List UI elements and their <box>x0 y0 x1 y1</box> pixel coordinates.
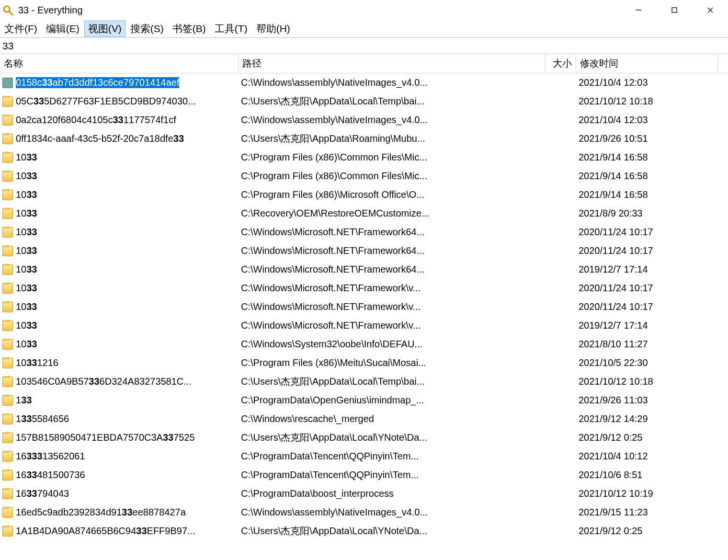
cell-date: 2021/10/5 22:30 <box>576 357 718 368</box>
file-name: 0ff1834c-aaaf-43c5-b52f-20c7a18dfe33 <box>16 133 184 144</box>
result-row[interactable]: 1A1B4DA90A874665B6C9433EFF9B97...C:\User… <box>0 522 728 540</box>
file-name: 1033 <box>16 339 37 350</box>
cell-path: C:\ProgramData\boost_interprocess <box>239 488 545 499</box>
cell-name: 1033 <box>0 283 239 294</box>
file-path: C:\Windows\Microsoft.NET\Framework64... <box>241 245 424 256</box>
result-row[interactable]: 16ed5c9adb2392834d9133ee8878427aC:\Windo… <box>0 503 728 522</box>
result-row[interactable]: 1335584656C:\Windows\rescache\_merged202… <box>0 410 728 428</box>
file-path: C:\Program Files (x86)\Common Files\Mic.… <box>241 171 427 182</box>
minimize-button[interactable] <box>620 0 656 20</box>
file-path: C:\Users\杰克阳\AppData\Roaming\Mubu... <box>241 132 425 145</box>
cell-path: C:\Windows\Microsoft.NET\Framework\v... <box>239 301 545 312</box>
result-row[interactable]: 0ff1834c-aaaf-43c5-b52f-20c7a18dfe33C:\U… <box>0 129 728 148</box>
header-size[interactable]: 大小 <box>545 54 576 73</box>
result-row[interactable]: 103546C0A9B57336D324A83273581C...C:\User… <box>0 372 728 391</box>
results-list: 0158c33ab7d3ddf13c6ce79701414aefC:\Windo… <box>0 73 728 540</box>
result-row[interactable]: 10331216C:\Program Files (x86)\Meitu\Suc… <box>0 354 728 372</box>
file-path: C:\Windows\Microsoft.NET\Framework\v... <box>241 301 421 312</box>
result-row[interactable]: 157B81589050471EBDA7570C3A337525C:\Users… <box>0 428 728 447</box>
svg-line-1 <box>9 11 12 15</box>
result-row[interactable]: 1033C:\Recovery\OEM\RestoreOEMCustomize.… <box>0 204 728 223</box>
search-input[interactable] <box>0 38 728 54</box>
cell-path: C:\Users\杰克阳\AppData\Local\YNote\Da... <box>239 431 545 444</box>
cell-date: 2020/11/24 10:17 <box>576 227 718 238</box>
file-name: 1633313562061 <box>16 451 85 462</box>
file-path: C:\Program Files (x86)\Microsoft Office\… <box>241 189 424 200</box>
result-row[interactable]: 1033C:\Program Files (x86)\Common Files\… <box>0 148 728 167</box>
cell-path: C:\Windows\assembly\NativeImages_v4.0... <box>239 77 545 88</box>
cell-date: 2021/9/14 16:58 <box>576 171 718 182</box>
cell-path: C:\Program Files (x86)\Microsoft Office\… <box>239 189 545 200</box>
cell-name: 1033 <box>0 208 239 219</box>
menu-help[interactable]: 帮助(H) <box>252 21 294 37</box>
cell-path: C:\Windows\System32\oobe\Info\DEFAU... <box>239 339 545 350</box>
result-row[interactable]: 1633313562061C:\ProgramData\Tencent\QQPi… <box>0 447 728 466</box>
file-name: 1335584656 <box>16 413 69 424</box>
file-path: C:\Users\杰克阳\AppData\Local\Temp\bai... <box>241 95 424 108</box>
file-name: 1633794043 <box>16 488 69 499</box>
cell-name: 103546C0A9B57336D324A83273581C... <box>0 376 239 387</box>
cell-path: C:\ProgramData\Tencent\QQPinyin\Tem... <box>239 451 545 462</box>
result-row[interactable]: 0158c33ab7d3ddf13c6ce79701414aefC:\Windo… <box>0 73 728 92</box>
result-row[interactable]: 1633481500736C:\ProgramData\Tencent\QQPi… <box>0 466 728 484</box>
file-path: C:\ProgramData\Tencent\QQPinyin\Tem... <box>241 451 419 462</box>
maximize-button[interactable] <box>656 0 692 20</box>
header-path[interactable]: 路径 <box>239 54 545 73</box>
result-row[interactable]: 0a2ca120f6804c4105c331177574f1cfC:\Windo… <box>0 111 728 129</box>
cell-date: 2020/11/24 10:17 <box>576 245 718 256</box>
app-icon <box>2 4 13 16</box>
result-row[interactable]: 1033C:\Windows\Microsoft.NET\Framework\v… <box>0 279 728 297</box>
menu-bookmarks[interactable]: 书签(B) <box>169 21 210 37</box>
result-row[interactable]: 1033C:\Windows\Microsoft.NET\Framework64… <box>0 223 728 241</box>
file-name: 1033 <box>16 152 37 163</box>
cell-date: 2021/9/12 14:29 <box>576 413 718 424</box>
folder-icon <box>2 134 13 144</box>
cell-path: C:\Windows\rescache\_merged <box>239 413 545 424</box>
file-path: C:\Windows\Microsoft.NET\Framework64... <box>241 264 424 275</box>
cell-date: 2021/9/15 11:23 <box>576 507 718 518</box>
cell-date: 2021/10/4 10:12 <box>576 451 718 462</box>
result-row[interactable]: 1033C:\Windows\System32\oobe\Info\DEFAU.… <box>0 335 728 354</box>
cell-name: 1033 <box>0 264 239 275</box>
file-name: 103546C0A9B57336D324A83273581C... <box>16 376 192 387</box>
header-name[interactable]: 名称 <box>0 54 239 73</box>
menu-view[interactable]: 视图(V) <box>84 21 125 37</box>
file-path: C:\Users\杰克阳\AppData\Local\Temp\bai... <box>241 375 424 388</box>
cell-date: 2021/9/14 16:58 <box>576 152 718 163</box>
folder-icon <box>2 171 13 182</box>
cell-path: C:\Windows\Microsoft.NET\Framework\v... <box>239 320 545 331</box>
menu-tools[interactable]: 工具(T) <box>211 21 251 37</box>
header-date[interactable]: 修改时间 <box>576 54 718 73</box>
menu-search[interactable]: 搜索(S) <box>126 21 168 37</box>
file-name: 1033 <box>16 264 37 275</box>
cell-date: 2021/10/4 12:03 <box>576 114 718 126</box>
cell-name: 05C335D6277F63F1EB5CD9BD974030... <box>0 96 239 107</box>
file-name: 1033 <box>16 171 37 182</box>
menu-file[interactable]: 文件(F) <box>0 21 41 37</box>
file-path: C:\ProgramData\OpenGenius\imindmap_... <box>241 395 424 406</box>
result-row[interactable]: 1633794043C:\ProgramData\boost_interproc… <box>0 484 728 503</box>
result-row[interactable]: 133C:\ProgramData\OpenGenius\imindmap_..… <box>0 391 728 410</box>
folder-icon <box>2 395 13 406</box>
result-row[interactable]: 1033C:\Program Files (x86)\Common Files\… <box>0 167 728 185</box>
folder-icon <box>2 152 13 163</box>
folder-icon <box>2 190 13 200</box>
result-row[interactable]: 1033C:\Windows\Microsoft.NET\Framework\v… <box>0 297 728 316</box>
close-button[interactable] <box>692 0 728 20</box>
cell-path: C:\ProgramData\Tencent\QQPinyin\Tem... <box>239 469 545 480</box>
result-row[interactable]: 1033C:\Windows\Microsoft.NET\Framework64… <box>0 260 728 279</box>
cell-name: 1033 <box>0 320 239 331</box>
result-row[interactable]: 1033C:\Program Files (x86)\Microsoft Off… <box>0 185 728 204</box>
window-title: 33 - Everything <box>18 5 83 16</box>
result-row[interactable]: 1033C:\Windows\Microsoft.NET\Framework64… <box>0 241 728 260</box>
cell-name: 16ed5c9adb2392834d9133ee8878427a <box>0 507 239 518</box>
result-row[interactable]: 05C335D6277F63F1EB5CD9BD974030...C:\User… <box>0 92 728 111</box>
cell-name: 1633313562061 <box>0 451 239 462</box>
cell-path: C:\Program Files (x86)\Common Files\Mic.… <box>239 152 545 163</box>
folder-icon <box>2 302 13 312</box>
menu-edit[interactable]: 编辑(E) <box>42 21 83 37</box>
cell-name: 1633481500736 <box>0 469 239 480</box>
file-name: 0158c33ab7d3ddf13c6ce79701414aef <box>16 77 179 88</box>
result-row[interactable]: 1033C:\Windows\Microsoft.NET\Framework\v… <box>0 316 728 335</box>
cell-name: 1033 <box>0 189 239 200</box>
